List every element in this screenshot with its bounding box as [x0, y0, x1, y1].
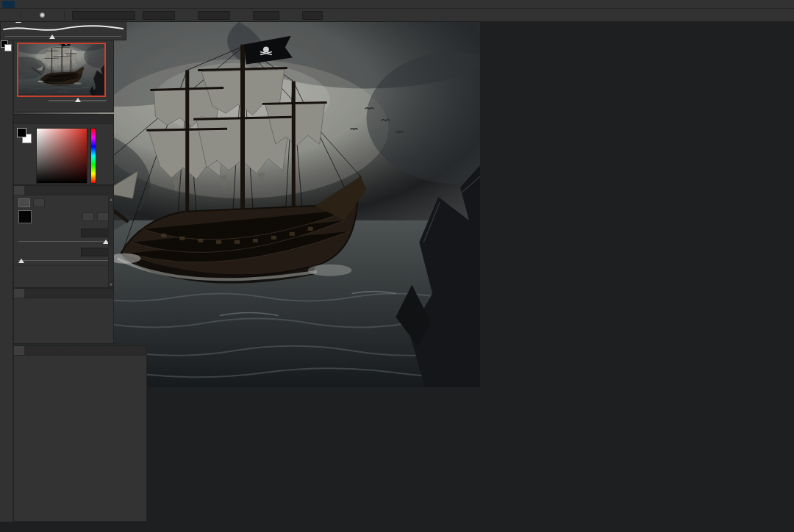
divider — [20, 11, 21, 20]
panel-menu-icon[interactable] — [140, 346, 146, 355]
brush-preview-slider[interactable] — [5, 34, 121, 40]
layer-mask-thumbnail[interactable] — [18, 210, 32, 223]
divider — [64, 11, 65, 20]
navigator-panel — [13, 29, 114, 112]
smoothing-select[interactable] — [253, 11, 279, 20]
tab-reference[interactable] — [14, 346, 24, 355]
share-icon[interactable] — [778, 10, 790, 21]
blend-mode-select[interactable] — [72, 11, 135, 20]
feather-slider[interactable] — [18, 258, 109, 264]
fg-bg-swatches[interactable] — [17, 128, 33, 145]
properties-panel: ▲▼ — [13, 185, 114, 288]
flow-select[interactable] — [198, 11, 230, 20]
adjustments-panel — [13, 288, 114, 344]
background-color-swatch[interactable] — [4, 44, 12, 51]
panel-menu-icon[interactable] — [107, 186, 113, 195]
options-bar — [0, 9, 794, 22]
screen-mode-icon[interactable] — [0, 67, 13, 79]
tab-properties[interactable] — [14, 186, 24, 195]
pressure-size-icon[interactable] — [326, 10, 338, 21]
hue-slider[interactable] — [90, 128, 96, 184]
menu-bar — [0, 0, 794, 9]
workspace-switcher-icon[interactable] — [760, 10, 772, 21]
panel-menu-icon[interactable] — [107, 289, 113, 298]
opacity-select[interactable] — [143, 11, 175, 20]
home-icon[interactable] — [4, 10, 16, 21]
add-mask-icon[interactable] — [82, 212, 94, 221]
properties-scrollbar[interactable]: ▲▼ — [108, 196, 113, 287]
brush-preset-picker[interactable] — [40, 12, 45, 18]
symmetry-icon[interactable] — [342, 10, 354, 21]
color-swatches[interactable] — [1, 40, 12, 52]
tool-bar — [0, 22, 13, 522]
feather-field[interactable] — [81, 248, 109, 256]
navigator-proxy-view[interactable] — [17, 43, 106, 97]
pixel-mask-icon[interactable] — [18, 198, 30, 207]
search-icon[interactable] — [743, 10, 754, 21]
navigator-zoom-slider[interactable] — [49, 100, 107, 101]
density-field[interactable] — [81, 229, 109, 237]
airbrush-icon[interactable] — [234, 10, 246, 21]
foreground-color[interactable] — [17, 128, 26, 137]
pressure-opacity-icon[interactable] — [179, 10, 190, 21]
color-panel — [13, 114, 114, 185]
density-slider[interactable] — [18, 239, 109, 245]
quick-mask-icon[interactable] — [0, 55, 13, 67]
photoshop-logo — [2, 1, 15, 8]
brush-stroke-preview — [1, 24, 126, 34]
brush-tool-preset-icon[interactable] — [24, 10, 36, 21]
add-vector-mask-icon[interactable] — [97, 212, 109, 221]
reference-panel — [13, 345, 147, 522]
saturation-brightness-field[interactable] — [36, 128, 87, 184]
vector-mask-icon[interactable] — [33, 198, 45, 207]
tab-adjustments[interactable] — [14, 289, 24, 298]
brush-angle-field[interactable] — [302, 11, 323, 20]
brush-tip-preview — [40, 12, 45, 18]
smoothing-gear-icon[interactable] — [283, 10, 295, 21]
toggle-brush-panel-icon[interactable] — [49, 10, 60, 21]
